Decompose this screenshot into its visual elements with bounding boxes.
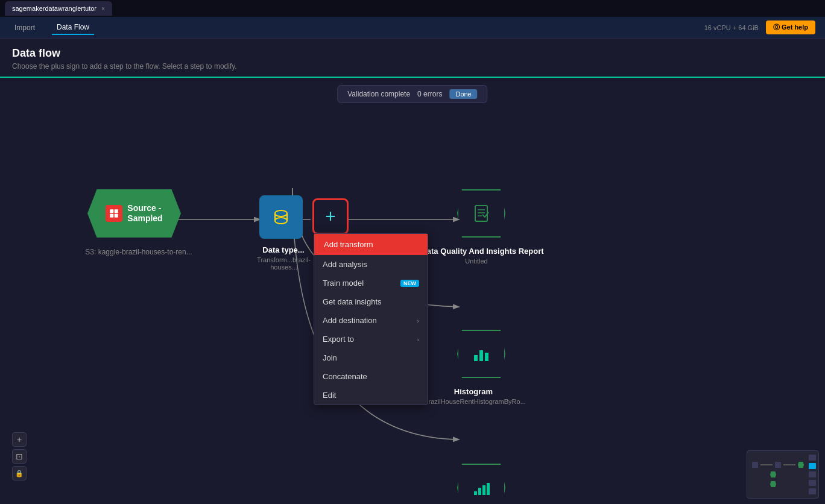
histogram-node[interactable] bbox=[457, 330, 505, 378]
page-title: Data flow bbox=[12, 47, 813, 60]
svg-rect-6 bbox=[115, 214, 118, 218]
menu-item-add-destination[interactable]: Add destination › bbox=[314, 311, 428, 330]
svg-rect-20 bbox=[478, 488, 481, 495]
tab-label: sagemakerdatawranglertutor bbox=[12, 5, 96, 12]
source-icon bbox=[106, 205, 122, 222]
zoom-lock-button[interactable]: 🔒 bbox=[12, 466, 27, 480]
instance-info: 16 vCPU + 64 GiB bbox=[704, 24, 759, 31]
chevron-right-icon-2: › bbox=[417, 336, 419, 343]
svg-rect-12 bbox=[475, 206, 487, 221]
menu-item-concatenate[interactable]: Concatenate bbox=[314, 367, 428, 386]
get-help-button[interactable]: ⓪ Get help bbox=[766, 20, 815, 34]
histogram-label: Histogram bbox=[425, 387, 522, 396]
nav-import[interactable]: Import bbox=[10, 21, 40, 34]
context-menu: Add transform Add analysis Train model N… bbox=[314, 233, 428, 405]
browser-tabbar: sagemakerdatawranglertutor × bbox=[0, 0, 825, 17]
done-button[interactable]: Done bbox=[449, 89, 477, 99]
datatype-node[interactable] bbox=[259, 195, 303, 239]
menu-item-edit[interactable]: Edit bbox=[314, 386, 428, 405]
add-node[interactable]: + bbox=[312, 198, 349, 235]
quality-subtitle: Untitled bbox=[428, 257, 525, 265]
tab-close-icon[interactable]: × bbox=[101, 5, 105, 12]
menu-item-add-analysis[interactable]: Add analysis bbox=[314, 255, 428, 274]
svg-rect-5 bbox=[110, 214, 114, 218]
datatype-subtitle: Transform...brazil-houses... bbox=[246, 256, 321, 271]
source-node[interactable]: Source - Sampled bbox=[87, 189, 181, 238]
menu-item-join[interactable]: Join bbox=[314, 348, 428, 367]
chevron-right-icon: › bbox=[417, 317, 419, 324]
svg-rect-16 bbox=[474, 355, 478, 361]
source-label: Source - Sampled bbox=[127, 203, 162, 224]
svg-rect-21 bbox=[482, 485, 485, 495]
nav-left: Import Data Flow bbox=[10, 20, 94, 35]
quickmodel-node[interactable] bbox=[457, 464, 505, 504]
svg-rect-18 bbox=[485, 353, 488, 361]
validation-bar: Validation complete 0 errors Done bbox=[337, 85, 487, 103]
source-node-inner: Source - Sampled bbox=[106, 203, 162, 224]
quality-label: Data Quality And Insights Report bbox=[416, 247, 549, 256]
datatype-label: Data type... bbox=[250, 245, 317, 254]
svg-rect-3 bbox=[110, 209, 114, 213]
svg-rect-19 bbox=[474, 491, 477, 495]
page-subtitle: Choose the plus sign to add a step to th… bbox=[12, 62, 813, 71]
mini-map bbox=[747, 450, 819, 499]
app-navbar: Import Data Flow 16 vCPU + 64 GiB ⓪ Get … bbox=[0, 17, 825, 39]
svg-rect-22 bbox=[487, 483, 490, 495]
validation-message: Validation complete bbox=[347, 90, 410, 98]
nav-right: 16 vCPU + 64 GiB ⓪ Get help bbox=[704, 20, 815, 34]
page-header: Data flow Choose the plus sign to add a … bbox=[0, 39, 825, 78]
menu-item-export-to[interactable]: Export to › bbox=[314, 330, 428, 348]
browser-tab[interactable]: sagemakerdatawranglertutor × bbox=[5, 1, 112, 16]
svg-rect-4 bbox=[115, 209, 118, 213]
menu-item-add-transform[interactable]: Add transform bbox=[314, 234, 428, 255]
menu-item-train-model[interactable]: Train model NEW bbox=[314, 274, 428, 292]
histogram-subtitle: BrazilHouseRentHistogramByRo... bbox=[419, 398, 531, 405]
zoom-controls: + ⊡ 🔒 bbox=[12, 432, 27, 480]
zoom-fit-button[interactable]: ⊡ bbox=[12, 449, 27, 464]
new-badge: NEW bbox=[400, 280, 419, 287]
nav-dataflow[interactable]: Data Flow bbox=[52, 20, 94, 35]
quality-node[interactable] bbox=[457, 189, 505, 238]
canvas-area: Validation complete 0 errors Done bbox=[0, 78, 825, 504]
svg-rect-17 bbox=[479, 350, 483, 361]
source-subtitle: S3: kaggle-brazil-houses-to-ren... bbox=[78, 248, 199, 256]
zoom-in-button[interactable]: + bbox=[12, 432, 27, 447]
errors-count: 0 errors bbox=[417, 90, 442, 98]
menu-item-get-data-insights[interactable]: Get data insights bbox=[314, 292, 428, 311]
